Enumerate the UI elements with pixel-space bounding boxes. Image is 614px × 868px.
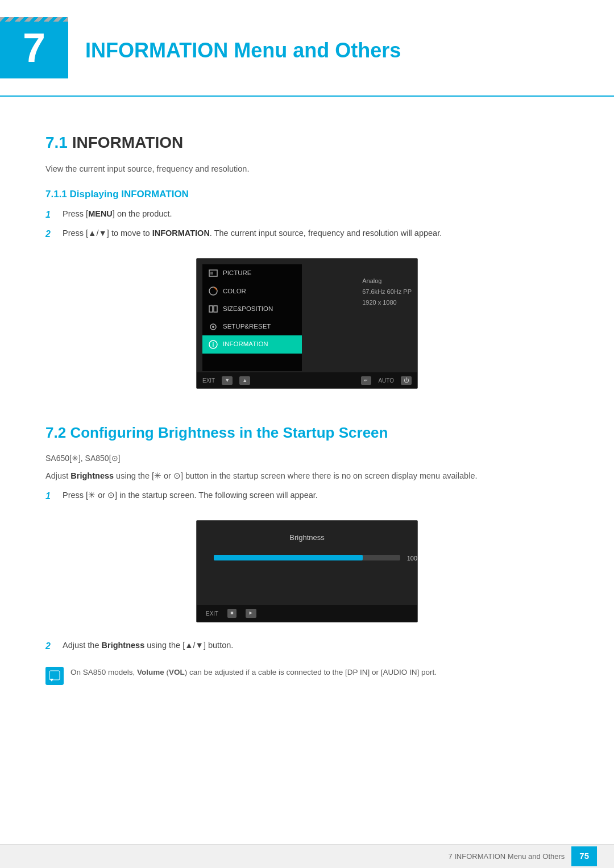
- section-7-1-description: View the current input source, frequency…: [45, 163, 569, 176]
- info-screen-mock: PICTURE COLOR SIZE&POSITION: [196, 258, 418, 389]
- note-box: On SA850 models, Volume (VOL) can be adj…: [45, 662, 569, 690]
- steps-7-2: 1 Press [✳ or ⊙] in the startup screen. …: [45, 489, 569, 503]
- brightness-down-btn: ■: [227, 609, 236, 618]
- exit-label: EXIT: [202, 376, 215, 385]
- main-content: 7.1 INFORMATION View the current input s…: [0, 108, 614, 733]
- step-7-2-1: 1 Press [✳ or ⊙] in the startup screen. …: [45, 489, 569, 503]
- brightness-bar-container: 100: [214, 555, 400, 560]
- steps-7-2-continued: 2 Adjust the Brightness using the [▲/▼] …: [45, 639, 569, 653]
- menu-item-setup: SETUP&RESET: [202, 318, 302, 335]
- section-7-2-description: Adjust Brightness using the [✳ or ⊙] but…: [45, 470, 569, 483]
- brightness-screen-wrapper: Brightness 100 EXIT ■ ►: [45, 510, 569, 633]
- menu-item-picture: PICTURE: [202, 264, 302, 282]
- svg-rect-4: [214, 306, 217, 312]
- info-icon: i: [208, 340, 218, 348]
- subsection-7-1-1-heading: 7.1.1 Displaying INFORMATION: [45, 187, 569, 202]
- chapter-header: 7 INFORMATION Menu and Others: [0, 0, 614, 90]
- steps-7-1-1: 1 Press [MENU] on the product. 2 Press […: [45, 208, 569, 241]
- brightness-track: [214, 555, 400, 560]
- setup-icon: [208, 323, 218, 331]
- footer-text: 7 INFORMATION Menu and Others: [448, 851, 565, 862]
- color-icon: [208, 287, 218, 295]
- info-screen-bottom-bar: EXIT ▼ ▲ ↵ AUTO ⏻: [197, 372, 417, 388]
- menu-item-info: i INFORMATION: [202, 335, 302, 353]
- model-note: SA650[✳], SA850[⊙]: [45, 452, 569, 464]
- chapter-number: 7: [0, 17, 68, 78]
- brightness-up-btn: ►: [246, 609, 256, 618]
- brightness-fill: [214, 555, 363, 560]
- info-line3: 1920 x 1080: [362, 297, 412, 308]
- picture-icon: [208, 269, 218, 277]
- section-7-1-heading: 7.1 INFORMATION: [45, 131, 569, 155]
- menu-item-color: COLOR: [202, 283, 302, 300]
- svg-rect-1: [210, 272, 213, 275]
- brightness-bottom-bar: EXIT ■ ►: [197, 605, 417, 622]
- confirm-btn: ↵: [361, 376, 371, 385]
- step-2: 2 Press [▲/▼] to move to INFORMATION. Th…: [45, 227, 569, 241]
- svg-rect-3: [209, 306, 213, 312]
- note-icon: [45, 667, 64, 685]
- power-btn: ⏻: [401, 376, 412, 385]
- auto-label: AUTO: [378, 376, 394, 385]
- size-icon: [208, 305, 218, 313]
- footer-page-number: 75: [571, 846, 597, 866]
- menu-panel: PICTURE COLOR SIZE&POSITION: [202, 264, 302, 371]
- menu-item-size: SIZE&POSITION: [202, 300, 302, 318]
- chapter-divider: [0, 95, 614, 97]
- brightness-exit-label: EXIT: [206, 609, 218, 618]
- info-panel: Analog 67.6kHz 60Hz PP 1920 x 1080: [362, 276, 412, 308]
- chapter-title: INFORMATION Menu and Others: [85, 30, 401, 66]
- info-line1: Analog: [362, 276, 412, 286]
- step-1: 1 Press [MENU] on the product.: [45, 208, 569, 222]
- down-btn: ▼: [222, 376, 233, 385]
- svg-rect-9: [49, 671, 60, 680]
- brightness-screen-mock: Brightness 100 EXIT ■ ►: [196, 520, 418, 622]
- step-7-2-2: 2 Adjust the Brightness using the [▲/▼] …: [45, 639, 569, 653]
- info-screen-wrapper: PICTURE COLOR SIZE&POSITION: [45, 248, 569, 399]
- brightness-value: 100: [407, 554, 417, 563]
- up-btn: ▲: [239, 376, 250, 385]
- info-line2: 67.6kHz 60Hz PP: [362, 286, 412, 297]
- section-7-2-heading: 7.2 Configuring Brightness in the Startu…: [45, 422, 569, 444]
- svg-text:i: i: [213, 342, 214, 348]
- note-text: On SA850 models, Volume (VOL) can be adj…: [70, 667, 437, 678]
- brightness-title: Brightness: [197, 521, 417, 543]
- svg-point-6: [212, 326, 214, 328]
- page-footer: 7 INFORMATION Menu and Others 75: [0, 844, 614, 868]
